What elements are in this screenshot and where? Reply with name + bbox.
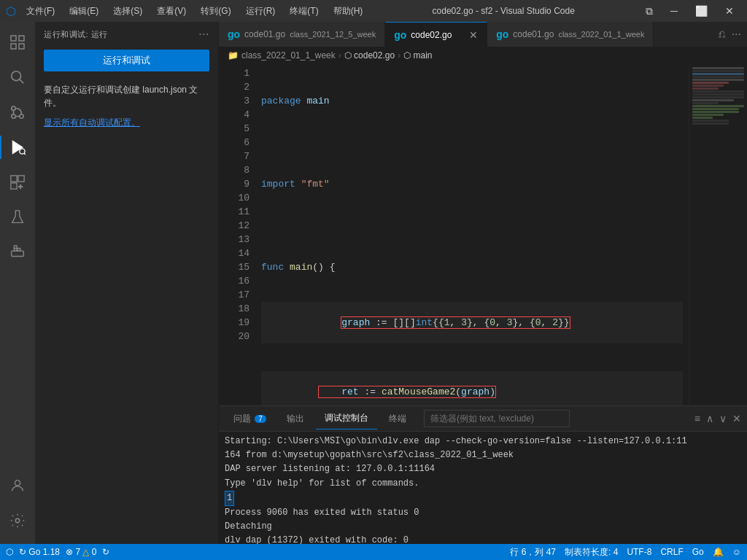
svg-rect-1 xyxy=(19,36,24,41)
remote-status[interactable]: ⬡ xyxy=(6,547,13,557)
error-icon: ⊗ xyxy=(66,547,73,557)
svg-rect-19 xyxy=(14,246,17,249)
panel-area: 问题 7 输出 调试控制台 终端 ≡ ∧ ∨ ✕ xyxy=(219,405,747,544)
svg-rect-18 xyxy=(18,249,20,252)
go-icon-active: go xyxy=(394,29,406,41)
sync-status[interactable]: ↻ xyxy=(102,547,109,557)
tab-subtitle-2: class_2022_01_1_week xyxy=(558,30,644,39)
breadcrumb-part2[interactable]: ⬡ code02.go xyxy=(344,50,395,61)
breadcrumb-sep1: › xyxy=(338,50,341,61)
sidebar-item-docker[interactable] xyxy=(0,235,35,270)
account-icon[interactable] xyxy=(0,468,35,503)
menu-run[interactable]: 运行(R) xyxy=(240,4,282,19)
menu-file[interactable]: 文件(F) xyxy=(20,4,61,19)
panel-line-3: DAP server listening at: 127.0.0.1:11164 xyxy=(225,462,741,476)
restore-button[interactable]: ⬜ xyxy=(688,4,715,18)
sidebar-item-test[interactable] xyxy=(0,200,35,235)
panel-line-2: 164 from d:\mysetup\gopath\src\sf2\class… xyxy=(225,448,741,462)
panel-right-actions: ≡ ∧ ∨ ✕ xyxy=(694,413,741,424)
show-all-configs-link[interactable]: 显示所有自动调试配置。 xyxy=(35,115,218,135)
panel-list-icon[interactable]: ≡ xyxy=(694,413,700,424)
editor-area: go code01.go class_2021_12_5_week go cod… xyxy=(219,22,747,544)
close-button[interactable]: ✕ xyxy=(718,4,741,18)
breadcrumb-part1[interactable]: class_2022_01_1_week xyxy=(241,50,336,61)
tab-code01-1[interactable]: go code01.go class_2021_12_5_week xyxy=(219,22,385,47)
menu-terminal[interactable]: 终端(T) xyxy=(284,4,324,19)
tab-code01-2[interactable]: go code01.go class_2022_01_1_week xyxy=(487,22,654,47)
svg-rect-14 xyxy=(11,183,17,189)
encoding[interactable]: UTF-8 xyxy=(627,547,651,557)
close-tab-button[interactable]: ✕ xyxy=(469,29,478,41)
activity-bar xyxy=(0,22,35,544)
menu-goto[interactable]: 转到(G) xyxy=(195,4,236,19)
menu-view[interactable]: 查看(V) xyxy=(151,4,192,19)
cursor-position[interactable]: 行 6，列 47 xyxy=(510,546,556,559)
window-controls: ⧉ ─ ⬜ ✕ xyxy=(638,4,741,19)
go-version-status[interactable]: ↻ Go 1.18 xyxy=(19,547,60,557)
menu-help[interactable]: 帮助(H) xyxy=(328,4,369,19)
line-ending[interactable]: CRLF xyxy=(660,547,683,557)
warning-icon: △ xyxy=(82,547,89,557)
panel-tab-problems[interactable]: 问题 7 xyxy=(225,408,275,429)
breadcrumb-folder-icon: 📁 xyxy=(228,50,239,61)
panel-tab-problems-label: 问题 xyxy=(233,413,251,424)
menu-select[interactable]: 选择(S) xyxy=(107,4,148,19)
more-tabs-icon[interactable]: ··· xyxy=(732,28,741,41)
svg-line-11 xyxy=(24,153,26,155)
panel-tab-debug-label: 调试控制台 xyxy=(325,413,368,423)
warning-count: 0 xyxy=(92,547,97,557)
sidebar-item-run-debug[interactable] xyxy=(0,130,35,165)
sidebar-item-explorer[interactable] xyxy=(0,25,35,60)
code-content[interactable]: package main import "fmt" func main() { … xyxy=(255,63,689,405)
svg-rect-0 xyxy=(11,36,16,41)
svg-rect-13 xyxy=(18,176,24,182)
tab-right-actions: ⎌ ··· xyxy=(713,22,747,47)
tab-code02[interactable]: go code02.go ✕ xyxy=(385,22,487,47)
run-debug-button[interactable]: 运行和调试 xyxy=(44,50,209,71)
code-line-4 xyxy=(261,219,683,233)
sidebar-more-button[interactable]: ··· xyxy=(198,28,209,41)
svg-point-10 xyxy=(20,149,25,154)
panel-tab-output[interactable]: 输出 xyxy=(278,408,313,429)
tab-label-2: code01.go xyxy=(513,29,554,39)
panel-collapse-icon[interactable]: ∧ xyxy=(706,413,713,424)
panel-tab-output-label: 输出 xyxy=(287,413,304,424)
svg-marker-9 xyxy=(13,141,23,154)
code-line-1: package main xyxy=(261,94,683,108)
tab-subtitle: class_2021_12_5_week xyxy=(290,30,376,39)
svg-point-7 xyxy=(20,114,24,119)
window-title: code02.go - sf2 - Visual Studio Code xyxy=(433,6,575,16)
svg-point-21 xyxy=(15,518,20,523)
sidebar-item-source-control[interactable] xyxy=(0,95,35,130)
panel-tab-debug-console[interactable]: 调试控制台 xyxy=(316,408,377,429)
panel-line-4: Type 'dlv help' for list of commands. xyxy=(225,477,741,491)
feedback-icon[interactable]: ☺ xyxy=(732,547,741,557)
panel-content[interactable]: Starting: C:\Users\MSI\go\bin\dlv.exe da… xyxy=(219,432,747,544)
svg-point-6 xyxy=(12,106,16,111)
notifications-icon[interactable]: 🔔 xyxy=(713,547,724,557)
sidebar-item-search[interactable] xyxy=(0,60,35,95)
go-icon: go xyxy=(228,28,240,40)
panel-line-7: Detaching xyxy=(225,520,741,534)
errors-status[interactable]: ⊗ 7 △ 0 xyxy=(66,547,96,557)
menu-edit[interactable]: 编辑(E) xyxy=(63,4,104,19)
layout-icon[interactable]: ⧉ xyxy=(638,4,660,19)
panel-expand-icon[interactable]: ∨ xyxy=(719,413,727,424)
panel-tab-terminal[interactable]: 终端 xyxy=(380,408,415,429)
title-left: ⬡ 文件(F) 编辑(E) 选择(S) 查看(V) 转到(G) 运行(R) 终端… xyxy=(6,4,368,19)
svg-rect-3 xyxy=(19,44,24,49)
split-editor-icon[interactable]: ⎌ xyxy=(719,28,726,41)
breadcrumb-part3[interactable]: ⬡ main xyxy=(403,50,432,61)
minimize-button[interactable]: ─ xyxy=(663,4,685,18)
go-version-label: Go 1.18 xyxy=(28,547,60,557)
svg-rect-12 xyxy=(11,176,17,182)
tab-size[interactable]: 制表符长度: 4 xyxy=(565,546,618,559)
sidebar-item-extensions[interactable] xyxy=(0,165,35,200)
settings-icon[interactable] xyxy=(0,503,35,538)
status-bar: ⬡ ↻ Go 1.18 ⊗ 7 △ 0 ↻ 行 6，列 47 制表符长度: 4 … xyxy=(0,544,747,560)
language-mode[interactable]: Go xyxy=(692,547,704,557)
svg-rect-16 xyxy=(12,251,24,256)
panel-filter-input[interactable] xyxy=(424,410,570,427)
panel-close-icon[interactable]: ✕ xyxy=(732,413,741,424)
tab-label: code01.go xyxy=(244,29,285,39)
